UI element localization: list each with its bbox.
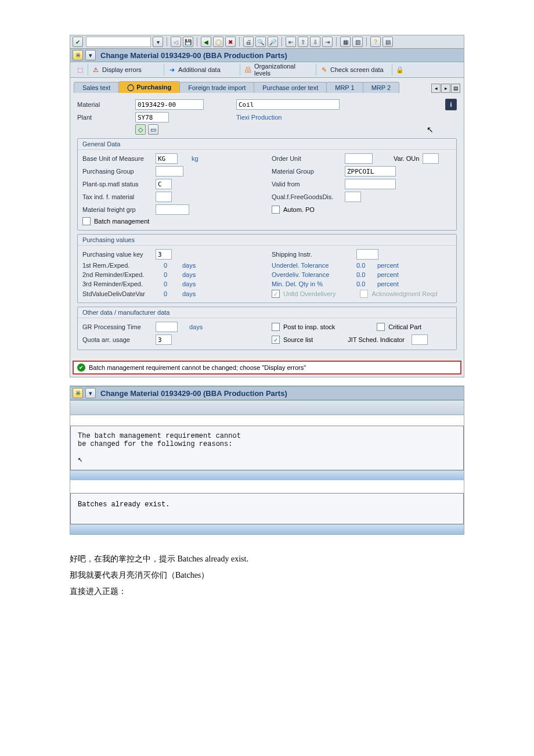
find-next-icon[interactable]: 🔎 bbox=[268, 37, 278, 47]
title-bar: ※ ▾ Change Material 0193429-00 (BBA Prod… bbox=[70, 49, 464, 62]
action-bar: ⬚ ⚠Display errors ➔Additional data 品Orga… bbox=[70, 62, 464, 78]
cursor-icon: ↖ bbox=[427, 125, 434, 134]
save-icon[interactable]: 💾 bbox=[183, 37, 193, 47]
general-data-group: General Data Base Unit of Measure kg Ord… bbox=[77, 138, 457, 231]
jit-sched-input[interactable] bbox=[412, 334, 428, 345]
error-window: ※ ▾ Change Material 0193429-00 (BBA Prod… bbox=[70, 386, 464, 535]
menu-icon-2[interactable]: ▾ bbox=[85, 388, 96, 398]
critical-part-checkbox[interactable] bbox=[377, 323, 385, 331]
source-list-checkbox[interactable]: ✓ bbox=[272, 336, 280, 344]
back-green-icon[interactable]: ◀ bbox=[201, 37, 211, 47]
dropdown-icon[interactable]: ▾ bbox=[153, 37, 163, 47]
next-page-icon[interactable]: ⇩ bbox=[310, 37, 320, 47]
purch-values-header: Purchasing values bbox=[78, 235, 456, 246]
status-bar: ✔ Batch management requirement cannot be… bbox=[73, 361, 461, 375]
ack-reqd-checkbox bbox=[360, 290, 368, 298]
plant-name: Tiexi Production bbox=[236, 114, 282, 121]
first-page-icon[interactable]: ⇤ bbox=[286, 37, 296, 47]
error-reason-box: The batch management requirement cannot … bbox=[70, 426, 464, 470]
org-levels-button[interactable]: 品Organizational levels bbox=[240, 64, 316, 75]
var-oun-input[interactable] bbox=[423, 153, 439, 164]
gr-proc-time-input[interactable] bbox=[156, 322, 178, 332]
tab-mrp2[interactable]: MRP 2 bbox=[363, 82, 399, 93]
shortcut-icon[interactable]: ▧ bbox=[352, 37, 363, 47]
tab-sales-text[interactable]: Sales text bbox=[74, 82, 119, 93]
print-icon[interactable]: 🖨 bbox=[243, 37, 254, 47]
general-data-header: General Data bbox=[78, 139, 456, 150]
main-toolbar: ✔ ▾ ◁ 💾 ◀ ◯ ✖ 🖨 🔍 🔎 ⇤ ⇧ ⇩ ⇥ ▦ ▧ ? ▤ bbox=[70, 35, 464, 49]
back-icon[interactable]: ◁ bbox=[171, 37, 181, 47]
lock-button[interactable]: 🔒 bbox=[392, 64, 407, 75]
tab-strip: Sales text ◯Purchasing Foreign trade imp… bbox=[70, 78, 464, 93]
tab-list-icon[interactable]: ▤ bbox=[451, 84, 460, 93]
material-label: Material bbox=[77, 101, 135, 108]
tab-po-text[interactable]: Purchase order text bbox=[254, 82, 327, 93]
plant-status-input[interactable] bbox=[156, 179, 172, 189]
unltd-overdeliv-checkbox: ✓ bbox=[272, 290, 280, 298]
status-message: Batch management requirement cannot be c… bbox=[89, 364, 306, 371]
purch-group-input[interactable] bbox=[156, 166, 183, 177]
display-errors-button[interactable]: ⚠Display errors bbox=[88, 64, 164, 75]
last-page-icon[interactable]: ⇥ bbox=[322, 37, 333, 47]
menu-icon[interactable]: ▾ bbox=[85, 50, 96, 60]
qual-input[interactable] bbox=[345, 192, 361, 202]
order-unit-input[interactable] bbox=[345, 153, 373, 164]
help-icon[interactable]: ? bbox=[370, 37, 381, 47]
pvk-input[interactable] bbox=[156, 249, 172, 260]
purch-values-group: Purchasing values Purchasing value key S… bbox=[77, 234, 457, 303]
valid-from-input[interactable] bbox=[345, 179, 396, 189]
divider-bar-2 bbox=[70, 524, 464, 534]
batch-mgmt-checkbox[interactable] bbox=[82, 217, 91, 225]
error-detail-box: Batches already exist. bbox=[70, 493, 464, 524]
divider-bar bbox=[70, 470, 464, 480]
revision-icon[interactable]: ◇ bbox=[135, 124, 146, 135]
tab-mrp1[interactable]: MRP 1 bbox=[326, 82, 363, 93]
app-icon-2: ※ bbox=[73, 388, 83, 398]
info-button[interactable]: i bbox=[445, 99, 457, 110]
additional-data-button[interactable]: ➔Additional data bbox=[164, 64, 240, 75]
doc-icon[interactable]: ▭ bbox=[148, 124, 158, 135]
app-icon: ※ bbox=[73, 50, 83, 60]
plant-code-input[interactable] bbox=[135, 112, 169, 123]
cursor-icon-2: ↖ bbox=[78, 455, 82, 464]
cancel-icon[interactable]: ✖ bbox=[225, 37, 236, 47]
post-insp-checkbox[interactable] bbox=[272, 323, 280, 331]
quota-usage-input[interactable] bbox=[156, 334, 172, 345]
tax-ind-input[interactable] bbox=[156, 192, 172, 202]
layout-icon[interactable]: ▤ bbox=[383, 37, 393, 47]
material-number-input[interactable] bbox=[135, 99, 204, 110]
prev-page-icon[interactable]: ⇧ bbox=[298, 37, 308, 47]
tab-purchasing[interactable]: ◯Purchasing bbox=[118, 81, 180, 93]
plant-label: Plant bbox=[77, 114, 135, 121]
mat-freight-input[interactable] bbox=[156, 204, 189, 215]
enter-icon[interactable]: ✔ bbox=[73, 37, 83, 47]
page-title-2: Change Material 0193429-00 (BBA Producti… bbox=[100, 389, 287, 398]
tab-foreign-trade[interactable]: Foreign trade import bbox=[179, 82, 254, 93]
check-screen-button[interactable]: ✎Check screen data bbox=[316, 64, 392, 75]
form-body: Material i Plant Tiexi Production ◇ ▭ ↖ … bbox=[70, 93, 464, 358]
new-session-icon[interactable]: ▦ bbox=[340, 37, 351, 47]
tab-scroll-right-icon[interactable]: ▸ bbox=[441, 84, 450, 93]
article-text: 好吧，在我的掌控之中，提示 Batches already exist. 那我就… bbox=[70, 551, 464, 600]
find-icon[interactable]: 🔍 bbox=[255, 37, 266, 47]
command-field[interactable] bbox=[86, 37, 151, 47]
page-title: Change Material 0193429-00 (BBA Producti… bbox=[100, 51, 287, 60]
toolbar-blank bbox=[70, 400, 464, 415]
exit-icon[interactable]: ◯ bbox=[213, 37, 223, 47]
base-uom-input[interactable] bbox=[156, 153, 178, 164]
material-desc-input[interactable] bbox=[236, 99, 340, 110]
other-data-group: Other data / manufacturer data GR Proces… bbox=[77, 307, 457, 350]
other-material-button[interactable]: ⬚ bbox=[73, 64, 88, 75]
autom-po-checkbox[interactable] bbox=[272, 206, 280, 214]
status-ok-icon: ✔ bbox=[77, 363, 85, 372]
material-group-input[interactable] bbox=[345, 166, 396, 177]
other-data-header: Other data / manufacturer data bbox=[78, 307, 456, 318]
ship-instr-input[interactable] bbox=[356, 249, 378, 260]
tab-scroll-left-icon[interactable]: ◂ bbox=[431, 84, 441, 93]
